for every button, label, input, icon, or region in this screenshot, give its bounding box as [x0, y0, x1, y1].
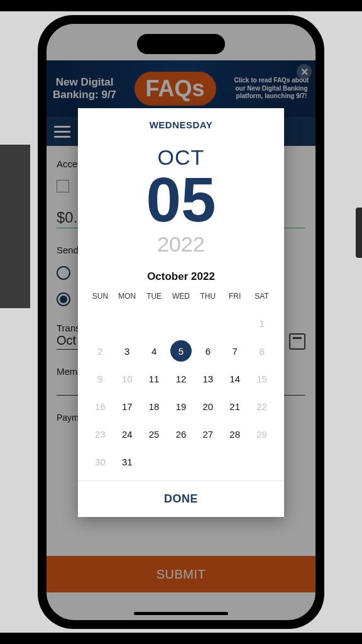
calendar-day[interactable]: 26: [168, 420, 195, 448]
calendar-day[interactable]: 14: [221, 365, 248, 392]
calendar-day[interactable]: 3: [114, 337, 141, 365]
dow-header: MON: [114, 288, 141, 304]
dow-header: WED: [168, 288, 195, 304]
calendar-month-title: October 2022: [147, 270, 215, 283]
calendar-day[interactable]: 8: [248, 337, 275, 365]
done-row: DONE: [78, 480, 284, 517]
phone-notch: [137, 34, 225, 54]
calendar-day[interactable]: 5: [168, 337, 195, 365]
calendar-day: [168, 309, 195, 337]
calendar-day[interactable]: 27: [194, 420, 221, 448]
calendar-day[interactable]: 21: [221, 392, 248, 420]
calendar-day: [168, 448, 195, 475]
dow-header: SUN: [87, 288, 114, 304]
phone-button-shadow: [356, 208, 362, 258]
dow-header: THU: [194, 288, 221, 304]
calendar-day: [194, 309, 221, 337]
calendar-day: [87, 309, 114, 337]
calendar-day[interactable]: 6: [194, 337, 221, 365]
dow-header: SAT: [248, 288, 275, 304]
calendar-day[interactable]: 24: [114, 420, 141, 448]
letterbox-top: [0, 0, 362, 11]
calendar-grid: 1234567891011121314151617181920212223242…: [87, 309, 275, 475]
calendar-day[interactable]: 16: [87, 392, 114, 420]
calendar-day[interactable]: 4: [141, 337, 168, 365]
calendar-day[interactable]: 2: [87, 337, 114, 365]
calendar-day[interactable]: 25: [141, 420, 168, 448]
calendar-dow-row: SUNMONTUEWEDTHUFRISAT: [87, 288, 275, 304]
calendar-day: [114, 309, 141, 337]
calendar-day[interactable]: 17: [114, 392, 141, 420]
home-indicator[interactable]: [134, 612, 228, 615]
page-side-shadow: [0, 145, 30, 308]
phone-screen: New Digital Banking: 9/7 FAQs Click to r…: [47, 24, 315, 620]
dow-header: TUE: [141, 288, 168, 304]
calendar-day[interactable]: 10: [114, 365, 141, 392]
calendar-day[interactable]: 11: [141, 365, 168, 392]
calendar-day[interactable]: 18: [141, 392, 168, 420]
calendar-day[interactable]: 15: [248, 365, 275, 392]
dow-header: FRI: [221, 288, 248, 304]
calendar-day[interactable]: 13: [194, 365, 221, 392]
calendar-day[interactable]: 28: [221, 420, 248, 448]
calendar-day: [221, 448, 248, 475]
calendar-day: [141, 309, 168, 337]
calendar-day[interactable]: 19: [168, 392, 195, 420]
selected-year[interactable]: 2022: [157, 232, 205, 257]
calendar-day[interactable]: 30: [87, 448, 114, 475]
calendar-day[interactable]: 1: [248, 309, 275, 337]
calendar-day[interactable]: 12: [168, 365, 195, 392]
selected-day[interactable]: 05: [146, 170, 216, 230]
calendar-day[interactable]: 20: [194, 392, 221, 420]
calendar-day: [194, 448, 221, 475]
calendar-day: [221, 309, 248, 337]
calendar-day[interactable]: 31: [114, 448, 141, 475]
phone-frame: New Digital Banking: 9/7 FAQs Click to r…: [38, 15, 324, 629]
calendar-day[interactable]: 22: [248, 392, 275, 420]
calendar-day: [248, 448, 275, 475]
calendar-day[interactable]: 29: [248, 420, 275, 448]
calendar-day: [141, 448, 168, 475]
calendar-day[interactable]: 7: [221, 337, 248, 365]
done-button[interactable]: DONE: [164, 492, 198, 505]
calendar-day[interactable]: 23: [87, 420, 114, 448]
letterbox-bottom: [0, 633, 362, 644]
selected-weekday: WEDNESDAY: [150, 119, 213, 130]
calendar-day[interactable]: 9: [87, 365, 114, 392]
date-picker-modal: WEDNESDAY OCT 05 2022 October 2022 SUNMO…: [78, 108, 284, 517]
